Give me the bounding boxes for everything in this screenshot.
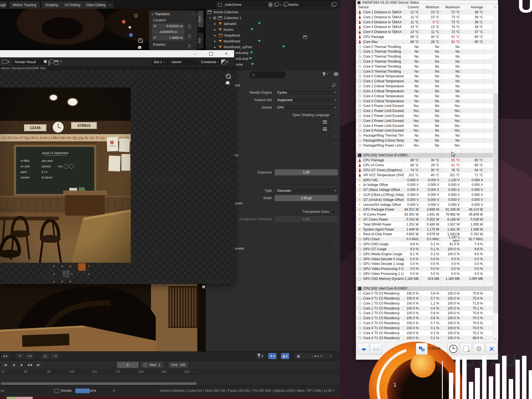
new-scene-icon[interactable] <box>274 3 278 7</box>
location-z-field[interactable]: Z1.6905 m <box>152 35 185 40</box>
sensor-row[interactable]: VR VCC Temperature (SVID)101 °C40 °C101 … <box>356 173 493 178</box>
duplicate-image-icon[interactable] <box>49 60 49 66</box>
unlink-scene-icon[interactable]: × <box>279 3 281 7</box>
expander-icon[interactable]: ▶ <box>214 22 217 25</box>
sensor-row[interactable]: Core 4 Power Limit ExceededYesNoYes <box>356 123 493 128</box>
gizmo-x-axis[interactable] <box>122 20 126 24</box>
lock-x-icon[interactable] <box>188 26 191 28</box>
col-minimum[interactable]: Minimum <box>420 5 441 9</box>
start-frame-field[interactable]: Start1 <box>141 362 163 368</box>
sensor-row[interactable]: Rest-of-Chip Power0.802 W0.576 W1.033 W0… <box>356 232 493 237</box>
scene-selector[interactable]: _mainScene 4 × <box>216 1 283 8</box>
sensor-row[interactable]: Core 1 Distance to TjMAX12 °C10 °C72 °C3… <box>356 10 493 15</box>
scroll-up-arrow[interactable]: ∧ <box>493 5 498 8</box>
image-name-field[interactable]: Render Result <box>12 59 47 65</box>
sensor-row[interactable]: GT (Slice) Voltage Offset0.000 V0.000 V0… <box>356 187 493 192</box>
sensor-row[interactable]: Package/Ring Thermal ThrottlingNoNoNo <box>356 133 493 138</box>
outliner-row-blackboard-uppart[interactable]: ▶blackBoard_upPart <box>206 44 340 50</box>
sensor-row[interactable]: GPU GT Usage9.3 %0.1 %100.0 %9.6 % <box>356 247 493 252</box>
cancel-render-icon[interactable]: × <box>113 388 115 393</box>
sensor-row[interactable]: Core 0 Critical TemperatureNoNoNo <box>356 74 493 79</box>
properties-filter-button[interactable]: ▾ <box>322 73 328 76</box>
sensor-row[interactable]: Core 3 T0 C0 Residency100.0 %0.7 %100.0 … <box>356 321 493 326</box>
playback-next-keyframe[interactable]: ▶◆ <box>27 362 34 368</box>
sensor-row[interactable]: GPU Clock0.0 MHz0.0 MHz1,197.1 MHz62.7 M… <box>356 237 493 242</box>
sidebar-tab-item[interactable]: Item <box>198 11 203 27</box>
viewport-pan-hand-icon[interactable] <box>138 46 141 49</box>
outliner-row-alphabet[interactable]: ▶alphabet <box>206 21 340 27</box>
sensor-row[interactable]: Core 5 Critical TemperatureNoNoNo <box>356 99 493 104</box>
properties-options-icon[interactable] <box>334 73 338 76</box>
sensor-row[interactable]: Core 2 T1 C0 Residency100.0 %0.6 %100.0 … <box>356 316 493 321</box>
sensor-row[interactable]: Core 1 T1 C0 Residency100.0 %0.4 %100.0 … <box>356 306 493 311</box>
sensor-group-header[interactable]: CPU [#0]: Intel Core i5-10600:... <box>356 153 493 158</box>
sensor-row[interactable]: GPU Video Decode 0 Usage0.0 %0.0 %0.0 %0… <box>356 257 493 262</box>
col-average[interactable]: Average <box>461 5 485 9</box>
new-layer-icon[interactable] <box>332 3 335 7</box>
sensor-row[interactable]: Core 2 Thermal ThrottlingNoNoNo <box>356 54 493 59</box>
outliner-row-blackboard[interactable]: ▶blackBoard <box>206 38 340 44</box>
sensor-row[interactable]: GPU Video Processing 0 Usage0.0 %0.0 %0.… <box>356 266 493 271</box>
remove-layer-icon[interactable]: × <box>337 3 339 7</box>
sensor-row[interactable]: GPU Video Decode 1 Usage0.0 %0.0 %0.0 %0… <box>356 261 493 266</box>
render-pass-dropdown[interactable]: Combined▾ <box>198 59 224 65</box>
sensor-row[interactable]: Core 1 Thermal ThrottlingNoNoNo <box>356 49 493 54</box>
outliner-row-beams[interactable]: ▶beams <box>206 27 340 32</box>
proportional-edit-dropdown[interactable]: ~ ▾ <box>50 353 59 359</box>
pixel-filter-width-slider[interactable]: 1.50 px <box>275 195 338 201</box>
sensor-row[interactable]: Core 0 T0 C0 Residency100.0 %0.8 %100.0 … <box>356 291 493 296</box>
panel-grip-icon[interactable]: :::: <box>333 226 340 229</box>
exit-button[interactable]: × <box>486 343 497 355</box>
sensor-row[interactable]: Core 2 Distance to TjMAX11 °C10 °C73 °C3… <box>356 15 493 20</box>
playback-play[interactable]: ▶ <box>18 362 25 368</box>
outliner-row-beigebook[interactable]: ▶beigeBook <box>206 32 340 38</box>
sensor-row[interactable]: CPU Package88 °C30 °C91 °C65 °C <box>356 158 493 163</box>
scrollbar-thumb[interactable] <box>494 93 498 313</box>
sensor-row[interactable]: Core 3 Distance to TjMAX11 °C9 °C73 °C36… <box>356 20 493 25</box>
pixel-filter-type-dropdown[interactable]: Gaussian▾ <box>275 188 338 194</box>
sensor-row[interactable]: System Agent Power1.446 W1.175 W1.481 W1… <box>356 227 493 232</box>
sensor-row[interactable]: Core 3 Critical TemperatureNoNoNo <box>356 89 493 94</box>
view-layer-selector[interactable]: interior × <box>282 1 341 8</box>
playback-jump-end[interactable]: ▶| <box>35 362 42 368</box>
col-current[interactable]: Current <box>404 5 420 9</box>
outliner-row-scene-collection[interactable]: Scene Collection <box>206 9 340 15</box>
sensor-row[interactable]: Core 4 Thermal ThrottlingNoNoNo <box>356 64 493 69</box>
workspace-tab-video-editing[interactable]: Video Editing <box>82 1 109 9</box>
region-collapse-chevron[interactable]: ‹ <box>197 370 198 374</box>
gizmo-toggle[interactable]: ↯ ▾ <box>268 353 277 359</box>
add-workspace-button[interactable]: + <box>107 1 114 9</box>
workspace-tab-uv-editing[interactable]: UV Editing <box>61 1 84 9</box>
sensor-row[interactable]: CPU Package89 °C30 °C91 °C65 °C <box>356 34 493 39</box>
sensor-row[interactable]: Core 3 Thermal ThrottlingNoNoNo <box>356 59 493 64</box>
panel-grip-icon[interactable]: :::: <box>333 153 340 156</box>
current-frame-field[interactable]: 1 <box>117 362 139 368</box>
minimize-button[interactable]: – <box>194 51 196 56</box>
panel-grip-icon[interactable]: :::: <box>333 141 340 144</box>
expander-icon[interactable]: ▶ <box>214 34 217 37</box>
sensor-row[interactable]: iGPU VID0.000 V0.000 V1.130 V0.084 V <box>356 178 493 183</box>
panel-grip-icon[interactable]: :::: <box>333 121 340 124</box>
sidebar-tab-tool[interactable]: Tool <box>198 33 203 49</box>
expander-icon[interactable]: ▼ <box>209 17 211 19</box>
sensor-row[interactable]: Core 4 T0 C0 Residency100.0 %0.2 %100.0 … <box>356 331 493 336</box>
sensor-row[interactable]: CPU Package Power64.921 W3.666 W81.336 W… <box>356 207 493 212</box>
sensor-row[interactable]: Package/Ring Critical Temperat...NoNoNo <box>356 138 493 143</box>
sensor-row[interactable]: GPU D3D Memory Dynamic1,185 MB423 MB1,18… <box>356 276 493 281</box>
playback-prev[interactable]: ◀ <box>10 362 17 368</box>
location-y-field[interactable]: -0.004475 m <box>152 29 185 35</box>
feature-set-dropdown[interactable]: Supported▾ <box>275 97 338 103</box>
sensor-row[interactable]: Uncore/SA Voltage Offset0.000 V0.000 V0.… <box>356 202 493 207</box>
sensor-row[interactable]: Core 4 Distance to TjMAX15 °C13 °C74 °C3… <box>356 24 493 29</box>
viewport-zoom-icon[interactable] <box>138 38 143 43</box>
render-window-titlebar[interactable]: – × <box>0 50 234 58</box>
image-icon[interactable] <box>2 60 7 64</box>
gizmo-center[interactable] <box>129 26 131 29</box>
filter-dropdown[interactable]: ▾ <box>256 353 264 359</box>
workspace-tab-motion-tracking[interactable]: Motion Tracking <box>9 1 40 9</box>
workspace-tab-ogic[interactable]: ogic <box>0 1 7 9</box>
transform-header[interactable]: ▼ Transform <box>151 12 170 16</box>
collapsed-panel-icon[interactable] <box>323 121 327 124</box>
open-folder-icon[interactable] <box>54 60 58 65</box>
sensor-row[interactable]: CLR (CBo/LLC/Ring) Voltage Of...0.000 V0… <box>356 192 493 197</box>
